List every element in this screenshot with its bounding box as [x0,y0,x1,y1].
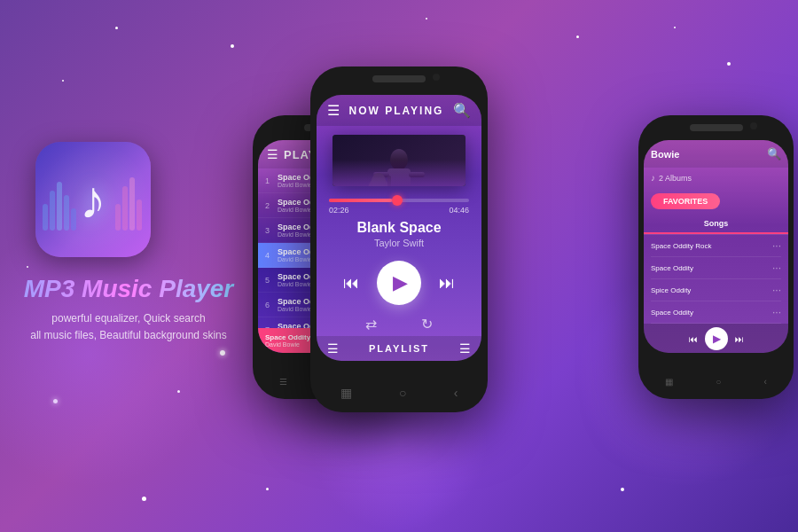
artist-search-icon[interactable]: 🔍 [767,147,781,160]
svg-rect-1 [50,191,55,231]
phone-center-nav: ▦ ○ ‹ [317,386,481,400]
app-icon: ♪ [35,142,151,257]
svg-rect-6 [122,186,128,231]
albums-count: 2 Albums [659,174,692,183]
now-playing-search-icon[interactable]: 🔍 [453,102,471,119]
right-nav-menu: ▦ [665,377,673,387]
phone-camera-right [750,122,757,129]
extra-controls: ⇄ ↻ [317,312,481,336]
now-playing-menu-icon[interactable]: ☰ [327,102,340,119]
mini-play-button[interactable]: ▶ [705,327,728,350]
songs-tab[interactable]: Songs [644,215,788,234]
brand-section: MP3 Music Player powerful equalizer, Qui… [18,275,239,344]
progress-thumb[interactable] [392,195,403,206]
album-art [332,135,466,186]
nowplaying-footer: ☰ PLAYLIST ☰ [317,336,481,361]
mini-forward-button[interactable]: ⏭ [735,334,744,344]
phone-center: ☰ NOW PLAYING 🔍 [310,66,488,412]
music-note-icon: ♪ [80,169,106,231]
progress-section: 02:26 04:46 [317,199,481,215]
list-item[interactable]: Spice Oddity ··· [651,279,781,301]
artist-tabs: Songs [644,215,788,235]
time-total: 04:46 [449,206,469,215]
track-artist: Taylor Swift [317,238,481,248]
more-icon-1[interactable]: ··· [772,239,781,252]
center-nav-menu: ▦ [340,386,352,400]
artist-info-row: ♪ 2 Albums [644,168,788,188]
brand-subtitle: powerful equalizer, Quick search all mus… [18,310,239,344]
songs-section: Space Oddity Rock ··· Space Oddity ··· S… [644,235,788,324]
repeat-button[interactable]: ↻ [421,316,433,332]
svg-rect-5 [115,204,121,231]
more-icon-4[interactable]: ··· [772,306,781,318]
album-art-image [332,135,466,186]
phone-center-screen: ☰ NOW PLAYING 🔍 [317,95,481,361]
time-current: 02:26 [329,206,349,215]
nowplaying-screen: ☰ NOW PLAYING 🔍 [317,95,481,361]
more-icon-2[interactable]: ··· [772,262,781,274]
svg-rect-3 [64,195,69,231]
rewind-button[interactable]: ⏮ [343,274,359,293]
progress-fill [329,199,392,202]
brand-title: MP3 Music Player [18,275,239,303]
mini-rewind-button[interactable]: ⏮ [689,334,698,344]
svg-rect-0 [43,204,48,231]
svg-rect-4 [71,208,76,231]
playlist-menu-icon: ☰ [267,147,278,161]
track-info: Blank Space Taylor Swift [317,215,481,254]
progress-bar[interactable] [329,199,469,202]
phone-right-screen: Bowie 🔍 [644,140,788,353]
list-item[interactable]: Space Oddity ··· [651,257,781,279]
list-item[interactable]: Space Oddity Rock ··· [651,235,781,257]
play-button[interactable]: ▶ [377,261,421,305]
nav-menu-icon: ☰ [279,377,287,387]
right-nav-back: ‹ [764,377,767,387]
more-icon-3[interactable]: ··· [772,284,781,296]
mini-play-icon: ▶ [713,332,721,345]
phone-right-nav: ▦ ○ ‹ [644,377,788,387]
footer-playlist-label[interactable]: PLAYLIST [369,343,429,354]
list-item[interactable]: Space Oddity ··· [651,301,781,324]
center-nav-home: ○ [399,386,406,400]
artist-name-header: Bowie [651,149,767,160]
center-nav-back: ‹ [454,386,458,400]
artists-header: Bowie 🔍 [644,140,788,168]
right-nav-home: ○ [716,377,721,387]
play-icon: ▶ [393,271,408,294]
nowplaying-header: ☰ NOW PLAYING 🔍 [317,95,481,126]
fast-forward-button[interactable]: ⏭ [439,274,455,293]
phone-camera-center [433,74,440,81]
track-title: Blank Space [317,220,481,236]
mini-player: ⏮ ▶ ⏭ [644,324,788,353]
favorites-button[interactable]: FAVORITES [644,188,788,215]
artists-screen: Bowie 🔍 [644,140,788,353]
phone-top-bar-center [372,75,426,82]
shuffle-button[interactable]: ⇄ [365,316,377,332]
player-controls: ⏮ ▶ ⏭ [317,254,481,312]
progress-times: 02:26 04:46 [329,206,469,215]
albums-icon: ♪ [651,173,655,183]
svg-rect-8 [137,200,142,231]
footer-left-icon[interactable]: ☰ [327,341,339,356]
phone-top-bar-right [690,124,743,131]
favorites-label: FAVORITES [651,193,720,209]
svg-rect-2 [57,182,62,231]
nowplaying-title: NOW PLAYING [349,105,444,117]
svg-rect-7 [129,177,135,231]
footer-right-icon[interactable]: ☰ [459,341,471,356]
phone-right: Bowie 🔍 [638,115,794,399]
